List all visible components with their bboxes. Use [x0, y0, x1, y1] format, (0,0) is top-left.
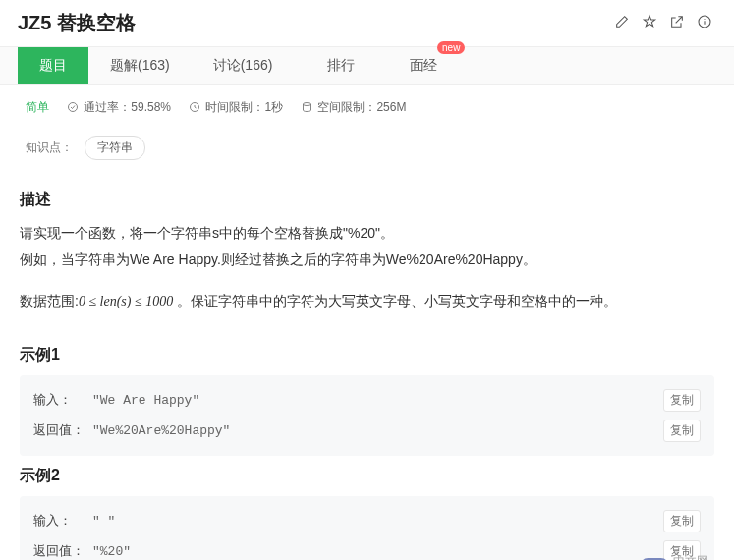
space-limit: 空间限制：256M	[301, 99, 406, 116]
pass-rate: 通过率：59.58%	[67, 99, 171, 116]
page-title: JZ5 替换空格	[18, 10, 136, 36]
info-icon[interactable]	[697, 14, 712, 32]
knowledge-tag[interactable]: 字符串	[85, 136, 145, 160]
watermark-text: 中文网	[673, 555, 708, 560]
desc-line-2: 例如，当字符串为We Are Happy.则经过替换之后的字符串为We%20Ar…	[20, 247, 714, 273]
svg-point-1	[69, 103, 78, 112]
check-circle-icon	[67, 101, 79, 113]
knowledge-label: 知识点：	[26, 140, 73, 156]
example-block: 输入： "We Are Happy" 复制 返回值： "We%20Are%20H…	[20, 375, 714, 456]
new-badge: new	[437, 41, 465, 54]
example-block: 输入： " " 复制 返回值： "%20" 复制	[20, 496, 714, 560]
clock-icon	[189, 101, 200, 113]
time-limit: 时间限制：1秒	[189, 99, 283, 116]
difficulty-label: 简单	[26, 99, 49, 116]
page-header: JZ5 替换空格	[0, 0, 734, 46]
description-body: 请实现一个函数，将一个字符串s中的每个空格替换成"%20"。 例如，当字符串为W…	[20, 220, 714, 315]
input-value: " "	[92, 514, 115, 529]
output-value: "We%20Are%20Happy"	[92, 423, 230, 438]
copy-button[interactable]: 复制	[663, 389, 701, 412]
svg-point-3	[304, 103, 311, 106]
meta-bar: 简单 通过率：59.58% 时间限制：1秒 空间限制：256M	[0, 85, 734, 130]
example-row: 返回值： "We%20Are%20Happy" 复制	[33, 416, 701, 446]
output-label: 返回值：	[33, 542, 85, 560]
share-icon[interactable]	[669, 14, 685, 32]
database-icon	[301, 101, 312, 113]
tab-interview-label: 面经	[410, 57, 437, 73]
star-icon[interactable]	[642, 14, 657, 32]
edit-icon[interactable]	[614, 14, 630, 32]
example-row: 输入： "We Are Happy" 复制	[33, 385, 701, 416]
knowledge-row: 知识点： 字符串	[0, 130, 734, 174]
output-label: 返回值：	[33, 421, 85, 439]
desc-line-1: 请实现一个函数，将一个字符串s中的每个空格替换成"%20"。	[20, 220, 714, 247]
tab-solutions[interactable]: 题解(163)	[88, 47, 192, 84]
tab-interview[interactable]: 面经 new	[388, 47, 459, 84]
desc-line-3: 数据范围:0 ≤ len(s) ≤ 1000 。保证字符串中的字符为大写英文字母…	[20, 288, 714, 315]
input-label: 输入：	[33, 512, 85, 530]
tab-problem[interactable]: 题目	[18, 47, 88, 84]
copy-button[interactable]: 复制	[663, 510, 701, 532]
header-actions	[614, 14, 712, 32]
tab-discuss[interactable]: 讨论(166)	[192, 47, 295, 84]
example-row: 输入： " " 复制	[33, 506, 701, 536]
example2-heading: 示例2	[20, 466, 714, 486]
example-row: 返回值： "%20" 复制	[33, 536, 701, 560]
input-value: "We Are Happy"	[92, 393, 199, 408]
watermark: php 中文网 复制	[640, 555, 708, 560]
tabs: 题目 题解(163) 讨论(166) 排行 面经 new	[0, 46, 734, 85]
example1-heading: 示例1	[20, 345, 714, 365]
copy-button[interactable]: 复制	[663, 420, 701, 442]
description-heading: 描述	[20, 190, 714, 210]
input-label: 输入：	[33, 391, 85, 409]
output-value: "%20"	[92, 544, 131, 559]
tab-ranking[interactable]: 排行	[294, 47, 388, 84]
